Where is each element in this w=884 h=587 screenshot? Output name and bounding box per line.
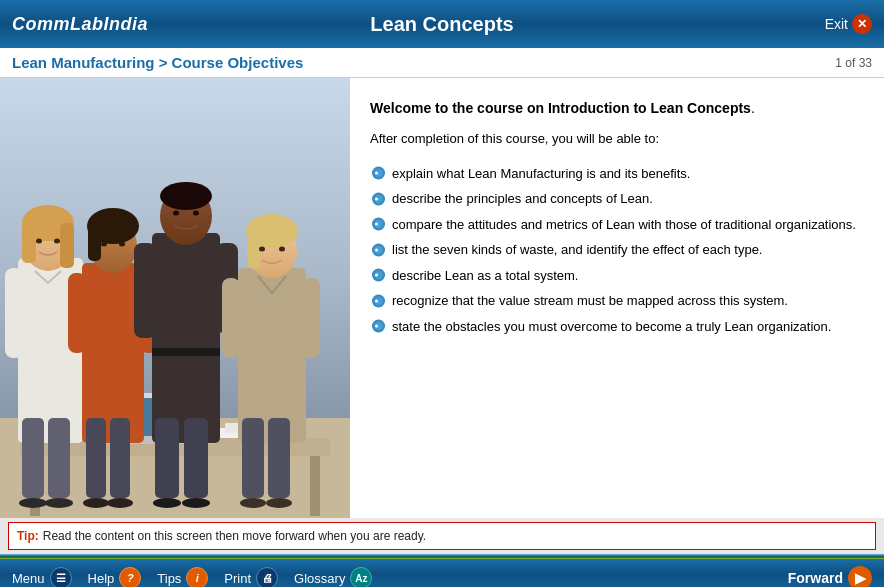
svg-point-26 xyxy=(101,242,107,247)
intro-text: After completion of this course, you wil… xyxy=(370,129,864,149)
menu-icon: ☰ xyxy=(50,567,72,587)
svg-point-53 xyxy=(45,498,73,508)
print-label: Print xyxy=(224,571,251,586)
svg-point-55 xyxy=(107,498,133,508)
exit-button[interactable]: Exit ✕ xyxy=(825,14,872,34)
svg-rect-41 xyxy=(184,418,208,498)
tips-button[interactable]: Tips i xyxy=(157,567,208,587)
svg-rect-28 xyxy=(68,273,86,353)
help-button[interactable]: Help ? xyxy=(88,567,142,587)
svg-point-36 xyxy=(193,211,199,216)
image-panel xyxy=(0,78,350,518)
tips-icon: i xyxy=(186,567,208,587)
print-button[interactable]: Print 🖨 xyxy=(224,567,278,587)
svg-rect-40 xyxy=(155,418,179,498)
svg-point-46 xyxy=(259,247,265,252)
breadcrumb: Lean Manufacturing > Course Objectives xyxy=(12,54,303,71)
svg-point-58 xyxy=(240,498,266,508)
svg-point-47 xyxy=(279,247,285,252)
welcome-heading: Welcome to the course on Introduction to… xyxy=(370,98,864,119)
course-title: Lean Concepts xyxy=(370,13,513,36)
tip-text: Read the content on this screen then mov… xyxy=(43,529,426,543)
svg-rect-15 xyxy=(60,223,74,268)
list-item: describe Lean as a total system. xyxy=(370,263,864,289)
tips-label: Tips xyxy=(157,571,181,586)
list-item: list the seven kinds of waste, and ident… xyxy=(370,237,864,263)
glossary-icon: Az xyxy=(350,567,372,587)
breadcrumb-bar: Lean Manufacturing > Course Objectives 1… xyxy=(0,48,884,78)
list-item: explain what Lean Manufacturing is and i… xyxy=(370,161,864,187)
svg-rect-14 xyxy=(22,223,36,263)
svg-rect-49 xyxy=(302,278,320,358)
svg-point-27 xyxy=(119,242,125,247)
menu-label: Menu xyxy=(12,571,45,586)
svg-rect-37 xyxy=(152,348,220,356)
tip-bar: Tip: Read the content on this screen the… xyxy=(8,522,876,550)
svg-rect-30 xyxy=(86,418,106,498)
page-counter: 1 of 33 xyxy=(835,56,872,70)
list-item: compare the attitudes and metrics of Lea… xyxy=(370,212,864,238)
svg-rect-18 xyxy=(5,268,23,358)
logo: CommLabIndia xyxy=(12,14,148,35)
svg-rect-48 xyxy=(222,278,240,358)
main-content: Welcome to the course on Introduction to… xyxy=(0,78,884,518)
svg-rect-31 xyxy=(110,418,130,498)
svg-point-34 xyxy=(160,182,212,210)
svg-rect-21 xyxy=(48,418,70,498)
svg-point-54 xyxy=(83,498,109,508)
menu-button[interactable]: Menu ☰ xyxy=(12,567,72,587)
svg-rect-5 xyxy=(310,456,320,516)
svg-point-17 xyxy=(54,239,60,244)
footer: Menu ☰ Help ? Tips i Print 🖨 Glossary Az… xyxy=(0,559,884,587)
svg-point-56 xyxy=(153,498,181,508)
forward-label: Forward xyxy=(788,570,843,586)
exit-icon: ✕ xyxy=(852,14,872,34)
glossary-label: Glossary xyxy=(294,571,345,586)
forward-button[interactable]: Forward ▶ xyxy=(788,566,872,587)
exit-label: Exit xyxy=(825,16,848,32)
svg-point-35 xyxy=(173,211,179,216)
svg-rect-50 xyxy=(242,418,264,498)
objectives-list: explain what Lean Manufacturing is and i… xyxy=(370,161,864,340)
help-label: Help xyxy=(88,571,115,586)
svg-point-59 xyxy=(266,498,292,508)
footer-nav: Menu ☰ Help ? Tips i Print 🖨 Glossary Az xyxy=(12,567,372,587)
svg-rect-20 xyxy=(22,418,44,498)
list-item: state the obstacles you must overcome to… xyxy=(370,314,864,340)
svg-point-52 xyxy=(19,498,47,508)
print-icon: 🖨 xyxy=(256,567,278,587)
svg-rect-25 xyxy=(88,226,101,261)
list-item: recognize that the value stream must be … xyxy=(370,288,864,314)
header: CommLabIndia Lean Concepts Exit ✕ xyxy=(0,0,884,48)
svg-point-57 xyxy=(182,498,210,508)
content-panel: Welcome to the course on Introduction to… xyxy=(350,78,884,518)
svg-rect-32 xyxy=(152,233,220,443)
svg-rect-38 xyxy=(134,243,156,338)
svg-rect-45 xyxy=(248,231,260,269)
glossary-button[interactable]: Glossary Az xyxy=(294,567,372,587)
svg-point-16 xyxy=(36,239,42,244)
tip-label: Tip: xyxy=(17,529,39,543)
svg-rect-51 xyxy=(268,418,290,498)
list-item: describe the principles and concepts of … xyxy=(370,186,864,212)
course-image xyxy=(0,78,350,518)
help-icon: ? xyxy=(119,567,141,587)
forward-icon: ▶ xyxy=(848,566,872,587)
